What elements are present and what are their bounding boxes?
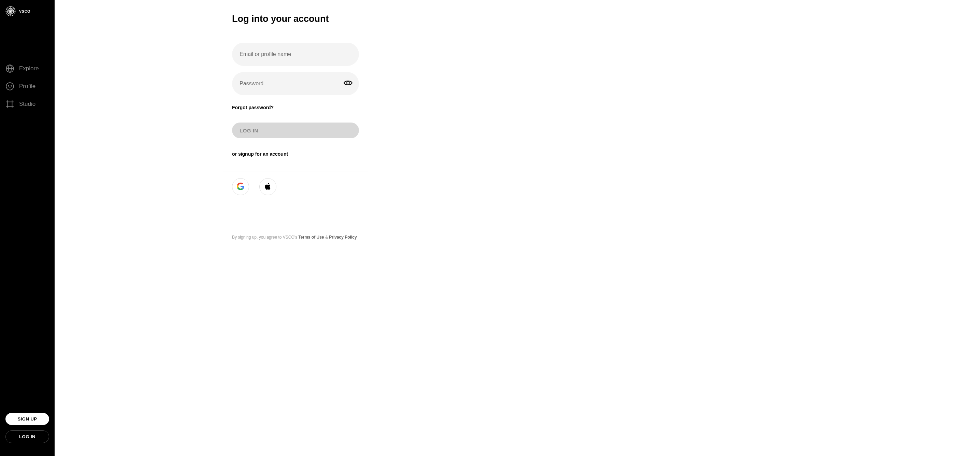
page-title: Log into your account — [232, 14, 980, 24]
sidebar: VSCO Explore Profile — [0, 0, 55, 456]
vsco-logo-icon — [5, 6, 16, 16]
sidebar-item-label: Studio — [19, 101, 35, 107]
divider — [223, 171, 368, 171]
svg-point-14 — [6, 83, 14, 90]
apple-login-button[interactable] — [259, 178, 277, 195]
privacy-policy-link[interactable]: Privacy Policy — [329, 235, 356, 239]
sidebar-item-label: Explore — [19, 65, 39, 72]
sidebar-item-profile[interactable]: Profile — [5, 82, 49, 91]
email-field-wrapper — [232, 43, 359, 66]
apple-icon — [264, 182, 272, 191]
globe-icon — [5, 64, 14, 73]
password-field-wrapper — [232, 72, 359, 95]
svg-point-21 — [347, 81, 349, 84]
google-login-button[interactable] — [232, 178, 249, 195]
social-login-row — [232, 178, 359, 195]
terms-of-use-link[interactable]: Terms of Use — [298, 235, 324, 239]
eye-icon — [344, 78, 353, 89]
main-content: Log into your account Forgot password? L… — [55, 0, 980, 456]
terms-footer: By signing up, you agree to VSCO's Terms… — [232, 235, 359, 239]
signup-link[interactable]: or signup for an account — [232, 151, 359, 157]
login-form: Forgot password? LOG IN or signup for an… — [232, 43, 359, 239]
toggle-password-visibility[interactable] — [343, 79, 353, 88]
signup-button[interactable]: SIGN UP — [5, 413, 49, 425]
footer-prefix: By signing up, you agree to VSCO's — [232, 235, 298, 239]
logo[interactable]: VSCO — [0, 6, 55, 16]
sidebar-nav: Explore Profile — [0, 64, 55, 108]
password-input[interactable] — [240, 81, 352, 87]
sidebar-item-explore[interactable]: Explore — [5, 64, 49, 73]
sidebar-item-label: Profile — [19, 83, 35, 90]
brand-name: VSCO — [19, 9, 30, 13]
profile-icon — [5, 82, 14, 91]
sidebar-actions: SIGN UP LOG IN — [0, 413, 55, 450]
crop-icon — [5, 100, 14, 108]
footer-amp: & — [324, 235, 329, 239]
forgot-password-link[interactable]: Forgot password? — [232, 105, 359, 110]
sidebar-item-studio[interactable]: Studio — [5, 100, 49, 108]
email-input[interactable] — [240, 51, 352, 57]
login-submit-button[interactable]: LOG IN — [232, 123, 359, 138]
login-button-sidebar[interactable]: LOG IN — [5, 430, 49, 443]
google-icon — [237, 183, 244, 191]
